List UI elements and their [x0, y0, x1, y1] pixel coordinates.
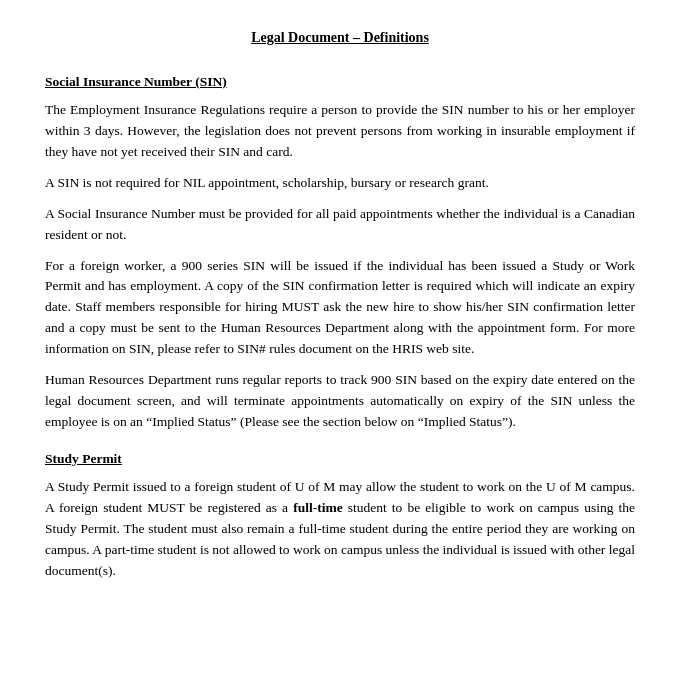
sin-paragraph-3: A Social Insurance Number must be provid…: [45, 204, 635, 246]
sin-paragraph-5: Human Resources Department runs regular …: [45, 370, 635, 433]
section-study-permit: Study Permit A Study Permit issued to a …: [45, 451, 635, 582]
study-permit-paragraph-1: A Study Permit issued to a foreign stude…: [45, 477, 635, 582]
sin-paragraph-1: The Employment Insurance Regulations req…: [45, 100, 635, 163]
section-heading-study-permit: Study Permit: [45, 451, 635, 467]
sin-paragraph-2: A SIN is not required for NIL appointmen…: [45, 173, 635, 194]
section-heading-sin: Social Insurance Number (SIN): [45, 74, 635, 90]
sin-paragraph-4: For a foreign worker, a 900 series SIN w…: [45, 256, 635, 361]
bold-fulltime: full-time: [293, 500, 343, 515]
section-sin: Social Insurance Number (SIN) The Employ…: [45, 74, 635, 433]
document-container: Legal Document – Definitions Social Insu…: [0, 0, 680, 680]
document-title: Legal Document – Definitions: [45, 30, 635, 46]
